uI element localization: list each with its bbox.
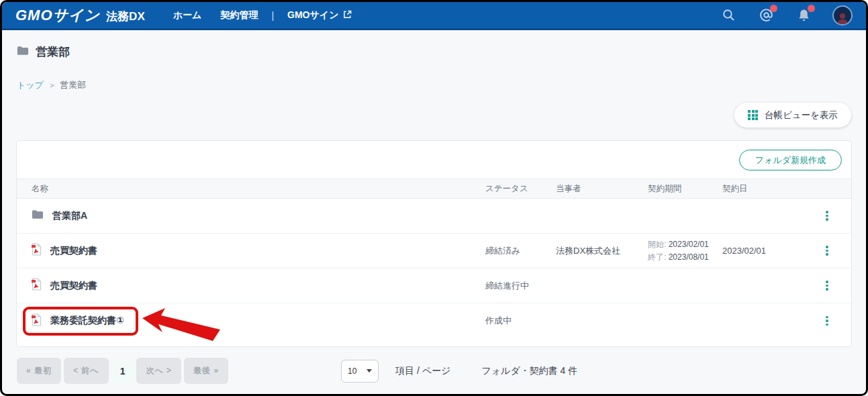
search-icon[interactable] <box>720 7 737 24</box>
nav-links: ホーム 契約管理 | GMOサイン <box>173 9 352 21</box>
mentions-icon[interactable] <box>757 7 775 24</box>
row-menu-button[interactable] <box>822 242 832 260</box>
page-title: 営業部 <box>17 44 851 60</box>
folder-icon <box>32 209 44 222</box>
brand-name: GMOサイン <box>15 5 100 26</box>
table-row-contract[interactable]: 売買契約書 締結進行中 <box>17 268 851 303</box>
row-name[interactable]: 業務委託契約書① <box>50 315 124 327</box>
contracts-card: フォルダ新規作成 名称 ステータス 当事者 契約期間 契約日 営業部A <box>16 140 852 347</box>
header-status: ステータス <box>485 183 556 195</box>
table-row-contract-highlighted[interactable]: 業務委託契約書① 作成中 <box>17 303 851 338</box>
period-end-label: 終了: <box>648 252 666 262</box>
pagination-current-page[interactable]: 1 <box>111 359 134 383</box>
period-start-value: 2023/02/01 <box>669 240 709 249</box>
pdf-icon <box>32 243 42 258</box>
chevron-down-icon <box>367 369 372 373</box>
nav-contract-management[interactable]: 契約管理 <box>220 9 258 21</box>
header-date: 契約日 <box>722 183 803 195</box>
brand-product: 法務DX <box>106 9 145 24</box>
annotation-red-box: 業務委託契約書① <box>23 307 138 336</box>
row-menu-button[interactable] <box>822 277 832 295</box>
app-window: GMOサイン 法務DX ホーム 契約管理 | GMOサイン <box>0 0 868 396</box>
pagination-first-button[interactable]: « 最初 <box>17 358 61 384</box>
row-name[interactable]: 売買契約書 <box>50 245 97 257</box>
row-menu-button[interactable] <box>822 312 832 330</box>
row-date: 2023/02/01 <box>722 246 803 256</box>
pagination-prev-button[interactable]: < 前へ <box>64 358 109 384</box>
pdf-icon <box>32 313 42 329</box>
row-party: 法務DX株式会社 <box>556 245 648 257</box>
nav-right-icons <box>720 5 853 26</box>
page-size-value: 10 <box>348 366 356 376</box>
row-name[interactable]: 売買契約書 <box>50 280 97 292</box>
page-title-label: 営業部 <box>36 44 70 60</box>
card-toolbar: フォルダ新規作成 <box>17 141 851 179</box>
header-party: 当事者 <box>556 183 648 195</box>
ledger-view-label: 台帳ビューを表示 <box>765 109 838 121</box>
row-period: 開始: 2023/02/01 終了: 2023/08/01 <box>648 238 722 263</box>
page-size-select[interactable]: 10 <box>341 360 379 383</box>
bell-icon[interactable] <box>795 7 812 24</box>
header-period: 契約期間 <box>648 183 722 195</box>
avatar[interactable] <box>832 5 853 26</box>
nav-separator: | <box>271 10 274 21</box>
table-row-folder[interactable]: 営業部A <box>17 199 851 234</box>
breadcrumb-top-link[interactable]: トップ <box>17 79 44 91</box>
bell-badge <box>808 5 815 12</box>
breadcrumb: トップ > 営業部 <box>17 79 851 91</box>
total-count-label: フォルダ・契約書 4 件 <box>481 365 577 377</box>
top-navbar: GMOサイン 法務DX ホーム 契約管理 | GMOサイン <box>2 2 866 30</box>
nav-gmo-sign[interactable]: GMOサイン <box>287 9 352 21</box>
row-menu-button[interactable] <box>822 207 832 225</box>
row-status: 締結済み <box>485 245 556 257</box>
table-header-row: 名称 ステータス 当事者 契約期間 契約日 <box>17 179 851 199</box>
row-status: 締結進行中 <box>485 280 556 292</box>
pagination-bar: « 最初 < 前へ 1 次へ > 最後 » 10 項目 / ページ フォルダ・契… <box>17 358 851 384</box>
per-page-label: 項目 / ページ <box>395 365 450 377</box>
breadcrumb-separator: > <box>50 81 54 89</box>
nav-gmo-sign-label: GMOサイン <box>287 9 338 21</box>
header-name: 名称 <box>32 183 485 195</box>
pdf-icon <box>32 278 42 293</box>
period-end-value: 2023/08/01 <box>669 252 709 262</box>
grid-view-icon <box>748 110 758 120</box>
external-link-icon <box>343 10 352 21</box>
period-start-label: 開始: <box>648 240 666 249</box>
pagination-next-button[interactable]: 次へ > <box>136 358 181 384</box>
table-row-contract[interactable]: 売買契約書 締結済み 法務DX株式会社 開始: 2023/02/01 終了: 2… <box>17 234 851 268</box>
row-status: 作成中 <box>485 315 556 327</box>
folder-icon <box>17 46 29 58</box>
nav-home[interactable]: ホーム <box>173 9 202 21</box>
pagination-last-button[interactable]: 最後 » <box>184 358 228 384</box>
ledger-view-button[interactable]: 台帳ビューを表示 <box>734 103 851 128</box>
ledger-view-row: 台帳ビューを表示 <box>17 103 851 128</box>
brand-logo[interactable]: GMOサイン 法務DX <box>15 5 145 26</box>
row-name[interactable]: 営業部A <box>52 210 87 222</box>
new-folder-button[interactable]: フォルダ新規作成 <box>739 150 842 170</box>
mentions-badge <box>770 5 777 12</box>
breadcrumb-current: 営業部 <box>60 79 86 91</box>
